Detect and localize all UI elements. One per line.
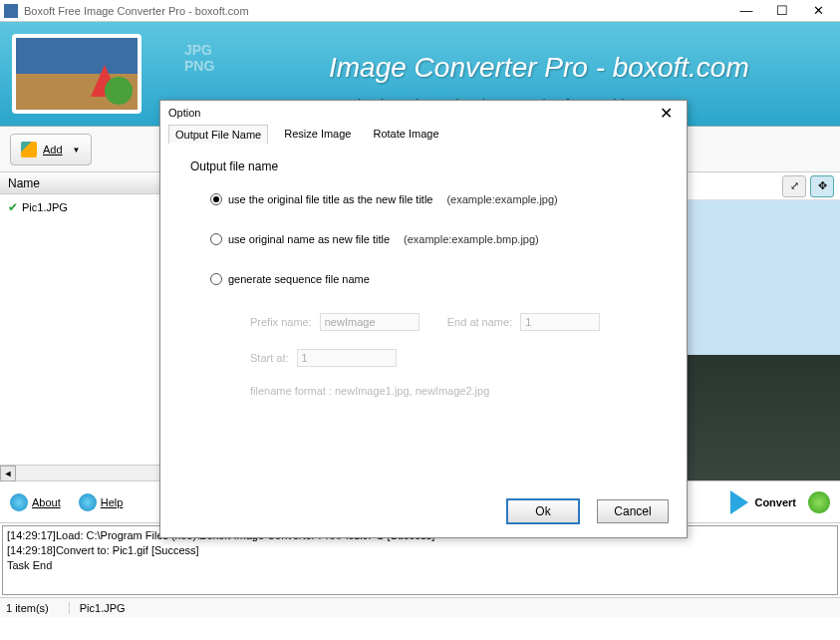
preview-toolbar: ⤢ ✥ bbox=[688, 172, 840, 200]
file-item-name: Pic1.JPG bbox=[22, 201, 68, 213]
radio-icon[interactable] bbox=[210, 233, 222, 245]
radio-sequence[interactable]: generate sequence file name bbox=[210, 273, 657, 285]
endat-input[interactable] bbox=[520, 313, 600, 331]
startat-label: Start at: bbox=[250, 352, 289, 364]
scroll-left-icon[interactable]: ◄ bbox=[0, 466, 16, 481]
ok-button[interactable]: Ok bbox=[507, 499, 579, 523]
radio-original-title[interactable]: use the original file title as the new f… bbox=[210, 193, 657, 205]
add-icon bbox=[21, 142, 37, 158]
startat-input[interactable] bbox=[297, 349, 397, 367]
app-icon bbox=[4, 4, 18, 18]
dialog-close-button[interactable]: ✕ bbox=[654, 104, 679, 123]
prefix-input[interactable] bbox=[320, 313, 420, 331]
fit-button[interactable]: ⤢ bbox=[782, 175, 806, 197]
move-button[interactable]: ✥ bbox=[810, 175, 834, 197]
radio-example: (example:example.bmp.jpg) bbox=[404, 233, 539, 245]
option-dialog: Option ✕ Output File Name Resize Image R… bbox=[159, 100, 688, 538]
tab-output-filename[interactable]: Output File Name bbox=[168, 125, 268, 144]
sequence-fields: Prefix name: End at name: Start at: file… bbox=[250, 313, 657, 397]
prefix-label: Prefix name: bbox=[250, 316, 312, 328]
cancel-button[interactable]: Cancel bbox=[597, 499, 669, 523]
help-button[interactable]: Help bbox=[79, 493, 124, 511]
tab-rotate-image[interactable]: Rotate Image bbox=[367, 125, 444, 144]
dialog-body: Output file name use the original file t… bbox=[160, 144, 687, 431]
add-label: Add bbox=[43, 144, 63, 156]
refresh-button[interactable] bbox=[808, 491, 830, 513]
about-label: About bbox=[32, 496, 61, 508]
status-bar: 1 item(s) Pic1.JPG bbox=[0, 597, 840, 617]
radio-icon[interactable] bbox=[210, 273, 222, 285]
close-window-button[interactable]: ✕ bbox=[800, 1, 836, 21]
status-count: 1 item(s) bbox=[6, 602, 70, 614]
titlebar: Boxoft Free Image Converter Pro - boxoft… bbox=[0, 0, 840, 22]
format-icons: JPG PNG bbox=[184, 42, 214, 74]
log-line: Task End bbox=[7, 558, 833, 573]
add-button[interactable]: Add ▼ bbox=[10, 134, 92, 165]
tab-resize-image[interactable]: Resize Image bbox=[278, 125, 357, 144]
chevron-down-icon: ▼ bbox=[73, 146, 81, 155]
radio-label: generate sequence file name bbox=[228, 273, 370, 285]
dialog-buttons: Ok Cancel bbox=[507, 499, 669, 523]
check-icon: ✔ bbox=[8, 200, 18, 214]
radio-example: (example:example.jpg) bbox=[446, 193, 557, 205]
help-icon bbox=[79, 493, 97, 511]
radio-original-name[interactable]: use original name as new file title (exa… bbox=[210, 233, 657, 245]
convert-arrow-icon bbox=[730, 490, 748, 514]
maximize-button[interactable]: ☐ bbox=[764, 1, 800, 21]
convert-label: Convert bbox=[754, 496, 796, 508]
about-button[interactable]: About bbox=[10, 493, 61, 511]
log-line: [14:29:18]Convert to: Pic1.gif [Success] bbox=[7, 543, 833, 558]
jpg-label: JPG bbox=[184, 42, 214, 58]
dialog-title: Option bbox=[168, 107, 200, 119]
radio-label: use the original file title as the new f… bbox=[228, 193, 432, 205]
minimize-button[interactable]: — bbox=[728, 1, 764, 21]
preview-panel: ⤢ ✥ bbox=[688, 172, 840, 480]
section-title: Output file name bbox=[190, 160, 657, 173]
radio-icon[interactable] bbox=[210, 193, 222, 205]
about-icon bbox=[10, 493, 28, 511]
radio-label: use original name as new file title bbox=[228, 233, 390, 245]
window-title: Boxoft Free Image Converter Pro - boxoft… bbox=[24, 5, 728, 17]
logo-icon bbox=[85, 57, 144, 117]
sequence-example: filename format : newImage1.jpg, newImag… bbox=[250, 385, 489, 397]
png-label: PNG bbox=[184, 58, 214, 74]
convert-button[interactable]: Convert bbox=[730, 490, 796, 514]
preview-image[interactable] bbox=[688, 200, 840, 480]
dialog-titlebar: Option ✕ bbox=[160, 101, 687, 125]
status-file: Pic1.JPG bbox=[80, 602, 126, 614]
dialog-tabs: Output File Name Resize Image Rotate Ima… bbox=[160, 125, 687, 144]
svg-point-1 bbox=[105, 77, 133, 105]
help-label: Help bbox=[101, 496, 124, 508]
banner-title: Image Converter Pro - boxoft.com bbox=[329, 52, 749, 84]
endat-label: End at name: bbox=[447, 316, 512, 328]
